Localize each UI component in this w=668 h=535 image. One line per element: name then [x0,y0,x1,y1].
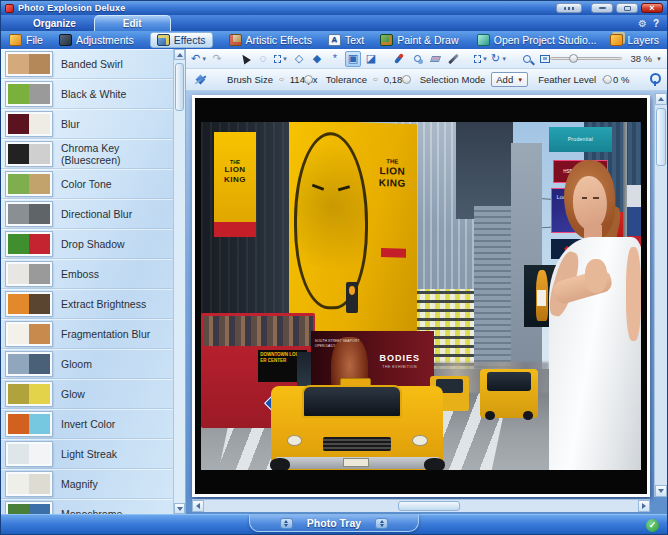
effect-item[interactable]: Light Streak [1,439,173,469]
ribbon-text[interactable]: A Text [328,34,364,46]
tolerance-slider[interactable] [373,78,378,81]
scroll-left-arrow[interactable] [192,500,204,512]
maximize-button[interactable] [616,3,638,13]
effect-item[interactable]: Color Tone [1,169,173,199]
pointer-icon [239,53,251,65]
scrollbar-thumb[interactable] [175,63,184,111]
undo-icon: ↶ [191,53,200,64]
effect-item[interactable]: Gloom [1,349,173,379]
status-check-icon: ✓ [646,519,659,532]
rotate-caret-icon[interactable]: ▼ [501,56,507,62]
effect-item[interactable]: Emboss [1,259,173,289]
effect-item[interactable]: Extract Brightness [1,289,173,319]
tab-organize[interactable]: Organize [15,16,94,31]
selection-mode-dropdown[interactable]: Add ▼ [491,72,528,87]
edge-brush-tool[interactable]: ◪ [363,51,379,67]
open-project-studio-button[interactable]: Open Project Studio... [477,34,597,46]
quick-access-button[interactable] [556,3,582,13]
layers-button[interactable]: Layers [610,34,659,46]
effect-item[interactable]: Chroma Key (Bluescreen) [1,139,173,169]
effects-sidebar: Banded SwirlBlack & WhiteBlurChroma Key … [1,49,186,514]
scrollbar-thumb[interactable] [656,108,666,166]
ribbon-adjustments[interactable]: Adjustments [59,34,134,46]
feather-level-slider[interactable] [602,78,607,81]
shape-select-tool[interactable]: ◆ [309,51,325,67]
ribbon-effects[interactable]: Effects [150,32,213,48]
transform-selection-caret-icon[interactable]: ▼ [482,56,488,62]
effect-item[interactable]: Glow [1,379,173,409]
undo-caret-icon[interactable]: ▼ [201,56,207,62]
rotate-tool[interactable]: ↻▼ [491,51,507,67]
effect-item[interactable]: Fragmentation Blur [1,319,173,349]
tools-toolbar: ↶▼↷◌▼◇◆*▣◪▼↻▼ 38 % ▼ [186,49,667,69]
ribbon-file[interactable]: File [9,34,43,46]
taxi-wheel [270,458,291,470]
sidebar-scrollbar[interactable] [173,49,185,514]
help-icon[interactable]: ? [653,18,659,29]
effects-list: Banded SwirlBlack & WhiteBlurChroma Key … [1,49,173,514]
freehand-select-tool[interactable]: ◇ [291,51,307,67]
refine-selection-icon [194,73,207,86]
effect-label: Chroma Key (Bluescreen) [61,142,169,166]
effect-item[interactable]: Monochrome [1,499,173,514]
scroll-down-arrow[interactable] [174,503,185,514]
effect-item[interactable]: Invert Color [1,409,173,439]
effect-item[interactable]: Blur [1,109,173,139]
marquee-caret-icon[interactable]: ▼ [282,56,288,62]
scroll-right-arrow[interactable] [638,500,650,512]
file-icon [9,34,22,46]
effect-label: Magnify [61,478,98,490]
transform-selection-icon [474,55,481,63]
canvas-horizontal-scrollbar[interactable] [192,499,650,512]
scroll-down-arrow[interactable] [655,485,667,497]
effect-thumbnail [6,292,52,316]
tools-strip: ↶▼↷◌▼◇◆*▣◪▼↻▼ [191,51,542,67]
ribbon-artistic-effects[interactable]: Artistic Effects [229,34,312,46]
scroll-up-arrow[interactable] [174,49,185,60]
marquee-tool[interactable]: ▼ [273,51,289,67]
photo-tray-tab[interactable]: Photo Tray [249,515,419,532]
pen-tool[interactable] [445,51,461,67]
minimize-button[interactable] [591,3,613,13]
zoom-magnifier-tool[interactable] [519,51,535,67]
touchup-brush-tool[interactable] [391,51,407,67]
canvas-vertical-scrollbar[interactable] [654,93,667,497]
zoom-slider[interactable] [550,57,622,60]
magic-wand-tool[interactable]: * [327,51,343,67]
effect-thumbnail [6,82,52,106]
close-button[interactable]: × [641,3,663,13]
ribbon-paint-draw[interactable]: Paint & Draw [380,34,458,46]
scroll-up-arrow[interactable] [655,93,667,105]
scrollbar-thumb[interactable] [398,501,460,511]
effect-item[interactable]: Banded Swirl [1,49,173,79]
effect-item[interactable]: Directional Blur [1,199,173,229]
transform-selection-tool[interactable]: ▼ [473,51,489,67]
settings-gear-icon[interactable]: ⚙ [638,19,647,29]
tray-spinner-left[interactable] [280,518,293,529]
photo-brick-tower [511,143,542,373]
poster-red-strip [214,222,256,237]
redo-tool[interactable]: ↷ [209,51,225,67]
clone-stamp-icon [414,55,421,62]
pointer-tool[interactable] [237,51,253,67]
effect-item[interactable]: Drop Shadow [1,229,173,259]
tab-edit[interactable]: Edit [94,15,171,31]
effect-label: Extract Brightness [61,298,146,310]
brush-size-slider[interactable] [279,78,284,81]
pin-toolbar-icon[interactable] [649,73,659,86]
tray-spinner-right[interactable] [375,518,388,529]
clone-stamp-tool[interactable] [409,51,425,67]
effect-item[interactable]: Black & White [1,79,173,109]
undo-tool[interactable]: ↶▼ [191,51,207,67]
eraser-tool[interactable] [427,51,443,67]
taxi-headlight [287,435,302,446]
zoom-level-caret-icon[interactable]: ▼ [656,56,662,62]
photo-prudential-sign: Prudential [549,127,613,151]
photo-canvas[interactable]: Prudential HSBC PREMIER Local Global HSB… [201,122,641,470]
lasso-tool[interactable]: ◌ [255,51,271,67]
zoom-slider-knob[interactable] [569,54,578,63]
effect-item[interactable]: Magnify [1,469,173,499]
effect-thumbnail [6,172,52,196]
zoom-level-value[interactable]: 38 % [630,53,652,64]
brush-select-tool[interactable]: ▣ [345,51,361,67]
